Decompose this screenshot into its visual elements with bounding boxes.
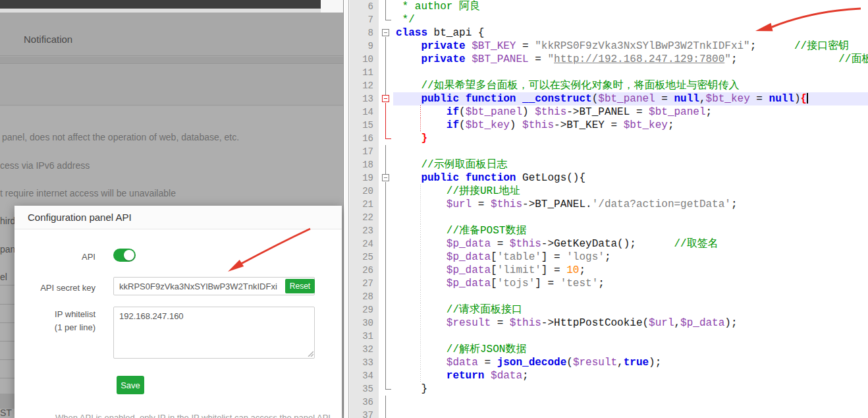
indent-guide [420, 237, 421, 251]
code-text: //解析JSON数据 [393, 343, 868, 356]
indent-guide [420, 290, 421, 303]
line-number: 10 [350, 53, 379, 66]
line-number: 22 [350, 211, 379, 224]
reset-button[interactable]: Reset [285, 279, 315, 293]
indent-guide [420, 316, 421, 330]
code-text: //示例取面板日志 [393, 158, 868, 171]
indent-guide [420, 185, 421, 198]
code-text [393, 211, 868, 224]
api-toggle[interactable] [113, 249, 136, 262]
code-text: $p_data['tojs'] = 'test'; [393, 277, 868, 290]
line-number: 30 [350, 316, 379, 330]
code-line: 22 [350, 211, 868, 224]
code-line: 13 public function __construct($bt_panel… [350, 92, 868, 105]
code-line: 34 return $data; [350, 369, 868, 382]
code-text: //请求面板接口 [393, 303, 868, 316]
line-number: 9 [350, 40, 379, 53]
fold-toggle-icon[interactable] [382, 174, 389, 181]
fold-margin [379, 396, 393, 409]
table-footer-band [0, 394, 14, 409]
fold-margin [379, 171, 393, 185]
code-text: //准备POST数据 [393, 224, 868, 237]
code-line: 24 $p_data = $this->GetKeyData(); //取签名 [350, 237, 868, 251]
table-row-divider [0, 341, 14, 342]
notification-section-title: Notification [24, 34, 72, 45]
background-text-fragment: el [0, 272, 7, 282]
fold-margin [379, 92, 393, 105]
text-caret [807, 93, 808, 104]
fold-toggle-icon[interactable] [382, 29, 389, 36]
api-label: API [14, 251, 95, 264]
code-text: $result = $this->HttpPostCookie($url,$p_… [393, 316, 868, 330]
ip-whitelist-textarea[interactable]: 192.168.247.160 [113, 307, 315, 359]
line-number: 23 [350, 224, 379, 237]
fold-margin [379, 66, 393, 79]
line-number: 11 [350, 66, 379, 79]
code-line: 28 [350, 290, 868, 303]
code-line: 14 if($bt_panel) $this->BT_PANEL = $bt_p… [350, 105, 868, 119]
fold-margin [379, 251, 393, 264]
code-line: 37 [350, 409, 868, 418]
code-text [393, 66, 868, 79]
indent-guide [420, 356, 421, 369]
line-number: 29 [350, 303, 379, 316]
indent-guide [420, 343, 421, 356]
indent-guide [420, 211, 421, 224]
code-line: 21 $url = $this->BT_PANEL.'/data?action=… [350, 198, 868, 211]
line-number: 16 [350, 132, 379, 145]
code-text: $p_data['table'] = 'logs'; [393, 251, 868, 264]
fold-margin [379, 303, 393, 316]
code-line: 6 * author 阿良 [350, 0, 868, 13]
save-button[interactable]: Save [117, 376, 144, 394]
code-line: 26 $p_data['limit'] = 10; [350, 264, 868, 277]
indent-guide [420, 105, 421, 119]
code-line: 30 $result = $this->HttpPostCookie($url,… [350, 316, 868, 330]
table-row-divider [0, 322, 14, 323]
code-text: public function __construct($bt_panel = … [393, 92, 868, 105]
line-number: 20 [350, 185, 379, 198]
code-line: 18 //示例取面板日志 [350, 158, 868, 171]
code-line: 23 //准备POST数据 [350, 224, 868, 237]
dialog-footnote: When API is enabled, only IP in the IP w… [55, 413, 339, 418]
background-text-line: cess via IPv6 address [0, 160, 90, 171]
line-number: 18 [350, 158, 379, 171]
code-text: } [393, 132, 868, 145]
code-text: //如果希望多台面板，可以在实例化对象时，将面板地址与密钥传入 [393, 79, 868, 92]
code-editor[interactable]: 6 * author 阿良7 */8class bt_api {9 privat… [350, 0, 868, 418]
code-line: 36 [350, 396, 868, 409]
line-number: 26 [350, 264, 379, 277]
toggle-knob-icon [124, 250, 134, 260]
indent-guide [420, 224, 421, 237]
code-line: 17 [350, 145, 868, 158]
indent-guide [420, 303, 421, 316]
line-number: 35 [350, 382, 379, 396]
fold-margin [379, 40, 393, 53]
code-line: 15 if($bt_key) $this->BT_KEY = $bt_key; [350, 119, 868, 132]
fold-margin [379, 369, 393, 382]
line-number: 13 [350, 92, 379, 105]
browser-top-bar [0, 0, 321, 9]
code-text: $p_data = $this->GetKeyData(); //取签名 [393, 237, 868, 251]
code-text [393, 409, 868, 418]
code-text: public function GetLogs(){ [393, 171, 868, 185]
line-number: 32 [350, 343, 379, 356]
code-text: private $BT_KEY = "kkRPS0F9zVka3NxSYlBwP… [393, 40, 868, 53]
table-row-divider [0, 359, 14, 360]
code-text [393, 145, 868, 158]
ip-whitelist-sublabel: (1 per line) [14, 321, 95, 334]
fold-margin [379, 356, 393, 369]
fold-margin [379, 409, 393, 418]
line-number: 28 [350, 290, 379, 303]
api-secret-key-label: API secret key [14, 282, 95, 295]
line-number: 19 [350, 171, 379, 185]
line-number: 17 [350, 145, 379, 158]
fold-margin [379, 211, 393, 224]
fold-margin [379, 26, 393, 40]
code-line: 35 } [350, 382, 868, 396]
line-number: 6 [350, 0, 379, 13]
code-text: if($bt_key) $this->BT_KEY = $bt_key; [393, 119, 868, 132]
code-line: 31 [350, 330, 868, 343]
fold-margin [379, 330, 393, 343]
line-number: 37 [350, 409, 379, 418]
fold-toggle-icon[interactable] [382, 95, 389, 102]
